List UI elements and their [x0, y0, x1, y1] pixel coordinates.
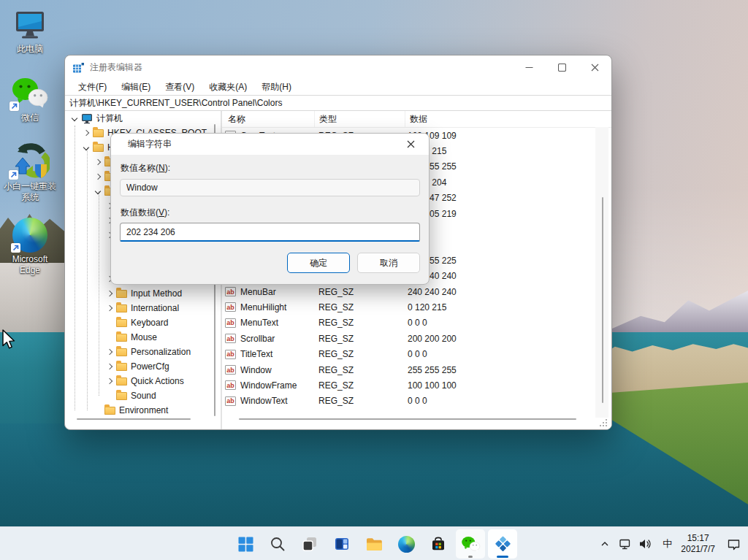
- maximize-button[interactable]: [546, 55, 579, 80]
- tree-item-quick-actions[interactable]: Quick Actions: [65, 374, 221, 388]
- value-row-menubar[interactable]: ab MenuBar REG_SZ 240 240 240: [222, 284, 611, 299]
- value-name: MenuBar: [240, 287, 314, 297]
- desktop-icon-edge[interactable]: Microsoft Edge: [1, 215, 58, 276]
- menu-item-3[interactable]: 收藏夹(A): [202, 80, 254, 95]
- value-name: MenuText: [240, 318, 314, 328]
- folder-icon: [116, 377, 127, 386]
- notification-center-icon[interactable]: [727, 538, 741, 551]
- value-data: 255 255 225: [405, 256, 611, 266]
- tree-item-label: Keyboard: [131, 318, 168, 328]
- taskbar-store-button[interactable]: [424, 529, 453, 559]
- close-button[interactable]: [579, 55, 611, 80]
- desktop-icon-label: 此电脑: [17, 44, 43, 55]
- desktop-icon-xiaobai[interactable]: 小白一键重装系统: [1, 142, 58, 203]
- value-row-windowtext[interactable]: ab WindowText REG_SZ 0 0 0: [222, 394, 611, 409]
- value-type: REG_SZ: [314, 380, 405, 391]
- tray-date: 2021/7/7: [681, 544, 715, 555]
- taskbar-regedit-button[interactable]: [488, 529, 517, 559]
- menu-item-4[interactable]: 帮助(H): [254, 80, 299, 95]
- desktop: 此电脑 微信 小白一键重装系统 Microsoft Edge 注册表编辑器 文件: [0, 0, 748, 560]
- menu-item-2[interactable]: 查看(V): [158, 80, 202, 95]
- taskbar-widgets-button[interactable]: [327, 529, 356, 559]
- cancel-button[interactable]: 取消: [357, 253, 420, 273]
- taskbar-task-view-button[interactable]: [295, 529, 324, 559]
- chevron-down-icon[interactable]: [83, 145, 89, 150]
- regedit-icon: [494, 535, 512, 553]
- chevron-down-icon[interactable]: [95, 188, 101, 194]
- tree-item-personalization[interactable]: Personalization: [65, 345, 221, 359]
- tree-guide-line: [99, 191, 99, 396]
- edge-icon: [398, 536, 415, 553]
- value-row-scrollbar[interactable]: ab Scrollbar REG_SZ 200 200 200: [222, 331, 611, 346]
- column-header-2[interactable]: 数据: [405, 111, 611, 127]
- taskbar-search-button[interactable]: [263, 529, 292, 559]
- hidden-icons-chevron-icon[interactable]: [600, 539, 610, 549]
- tree-item-keyboard[interactable]: Keyboard: [65, 315, 221, 330]
- tree-item-input-method[interactable]: Input Method: [65, 286, 221, 301]
- value-data: 0 120 215: [405, 302, 611, 312]
- chevron-down-icon[interactable]: [72, 115, 77, 121]
- value-row-windowframe[interactable]: ab WindowFrame REG_SZ 100 100 100: [222, 377, 611, 393]
- taskbar-wechat-button[interactable]: [456, 529, 485, 559]
- value-row-window[interactable]: ab Window REG_SZ 255 255 255: [222, 362, 611, 377]
- chevron-right-icon[interactable]: [107, 305, 112, 311]
- network-icon[interactable]: [619, 538, 633, 551]
- clock[interactable]: 15:17 2021/7/7: [681, 533, 715, 555]
- column-header-1[interactable]: 类型: [315, 111, 405, 127]
- title-bar[interactable]: 注册表编辑器: [65, 55, 611, 80]
- dialog-title-bar[interactable]: 编辑字符串: [111, 134, 429, 155]
- value-name: TitleText: [240, 349, 314, 359]
- window-controls: [513, 55, 611, 80]
- value-data: 240 240 240: [405, 271, 611, 281]
- reg-sz-icon: ab: [225, 318, 236, 328]
- xiaobai-icon: [10, 142, 50, 180]
- desktop-icon-this-pc[interactable]: 此电脑: [1, 4, 58, 55]
- value-row-menuhilight[interactable]: ab MenuHilight REG_SZ 0 120 215: [222, 299, 611, 315]
- value-type: REG_SZ: [314, 396, 405, 406]
- active-indicator: [497, 556, 508, 558]
- list-horizontal-scrollbar[interactable]: [239, 418, 576, 420]
- value-data: 0 0 0: [405, 239, 611, 250]
- tree-item-mouse[interactable]: Mouse: [65, 330, 221, 345]
- tree-item-计算机[interactable]: 计算机: [65, 111, 221, 126]
- taskbar-edge-button[interactable]: [392, 529, 421, 559]
- chevron-right-icon[interactable]: [95, 159, 101, 165]
- menu-item-1[interactable]: 编辑(E): [114, 80, 158, 95]
- address-input[interactable]: [65, 96, 611, 110]
- value-name-field[interactable]: [120, 179, 420, 196]
- value-row-menutext[interactable]: ab MenuText REG_SZ 0 0 0: [222, 315, 611, 331]
- chevron-right-icon[interactable]: [95, 174, 101, 180]
- dialog-close-icon[interactable]: [398, 134, 423, 154]
- chevron-right-icon[interactable]: [83, 130, 89, 136]
- list-vertical-scrollbar[interactable]: [602, 197, 603, 403]
- tree-item-powercfg[interactable]: PowerCfg: [65, 359, 221, 374]
- tree-item-environment[interactable]: Environment: [65, 403, 221, 418]
- volume-icon[interactable]: [638, 538, 652, 550]
- tree-item-sound[interactable]: Sound: [65, 388, 221, 403]
- value-data: 255 255 255: [405, 365, 611, 375]
- chevron-right-icon[interactable]: [107, 378, 112, 384]
- list-header: 名称类型数据: [222, 111, 611, 128]
- value-data-input[interactable]: [120, 223, 420, 242]
- menu-item-0[interactable]: 文件(F): [71, 80, 114, 95]
- tree-item-international[interactable]: International: [65, 301, 221, 315]
- value-row-titletext[interactable]: ab TitleText REG_SZ 0 0 0: [222, 346, 611, 361]
- store-icon: [430, 536, 446, 552]
- taskbar-file-explorer-button[interactable]: [359, 529, 389, 559]
- reg-sz-icon: ab: [225, 365, 236, 375]
- chevron-right-icon[interactable]: [107, 291, 112, 296]
- desktop-icon-wechat[interactable]: 微信: [1, 73, 58, 123]
- ime-indicator[interactable]: 中: [663, 537, 672, 551]
- column-header-0[interactable]: 名称: [222, 111, 315, 127]
- minimize-button[interactable]: [513, 55, 546, 80]
- tree-horizontal-scrollbar[interactable]: [77, 418, 191, 420]
- ok-button[interactable]: 确定: [287, 253, 350, 273]
- reg-sz-icon: ab: [225, 302, 236, 312]
- value-data: 100 100 100: [405, 380, 611, 391]
- chevron-right-icon[interactable]: [107, 364, 112, 369]
- value-data: 0 0 0: [405, 224, 611, 234]
- resize-grip[interactable]: [600, 419, 607, 426]
- taskbar-start-button[interactable]: [231, 529, 260, 559]
- value-name: Window: [240, 365, 314, 375]
- chevron-right-icon[interactable]: [107, 349, 112, 355]
